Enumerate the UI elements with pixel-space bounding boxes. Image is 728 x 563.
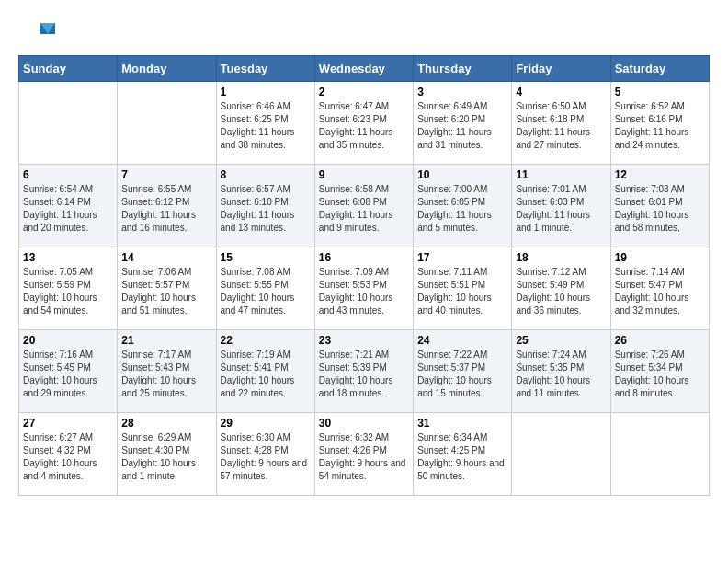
day-cell: 23Sunrise: 7:21 AM Sunset: 5:39 PM Dayli…: [314, 330, 413, 413]
day-cell: 8Sunrise: 6:57 AM Sunset: 6:10 PM Daylig…: [216, 165, 314, 247]
week-row-1: 1Sunrise: 6:46 AM Sunset: 6:25 PM Daylig…: [19, 82, 710, 165]
day-number: 13: [23, 251, 113, 264]
day-info: Sunrise: 7:01 AM Sunset: 6:03 PM Dayligh…: [516, 183, 606, 235]
day-info: Sunrise: 6:55 AM Sunset: 6:12 PM Dayligh…: [121, 183, 211, 235]
day-cell: 29Sunrise: 6:30 AM Sunset: 4:28 PM Dayli…: [216, 413, 314, 496]
day-number: 21: [121, 334, 211, 347]
day-info: Sunrise: 6:58 AM Sunset: 6:08 PM Dayligh…: [319, 183, 409, 235]
day-info: Sunrise: 6:57 AM Sunset: 6:10 PM Dayligh…: [221, 183, 311, 235]
logo: [18, 18, 59, 46]
day-cell: 7Sunrise: 6:55 AM Sunset: 6:12 PM Daylig…: [118, 165, 216, 247]
day-info: Sunrise: 7:22 AM Sunset: 5:37 PM Dayligh…: [417, 349, 507, 400]
day-cell: 31Sunrise: 6:34 AM Sunset: 4:25 PM Dayli…: [414, 413, 512, 496]
day-cell: 11Sunrise: 7:01 AM Sunset: 6:03 PM Dayli…: [512, 165, 610, 247]
day-cell: [512, 413, 610, 496]
header-thursday: Thursday: [414, 56, 512, 82]
day-cell: 20Sunrise: 7:16 AM Sunset: 5:45 PM Dayli…: [19, 330, 118, 413]
day-info: Sunrise: 7:12 AM Sunset: 5:49 PM Dayligh…: [516, 266, 606, 317]
day-info: Sunrise: 7:14 AM Sunset: 5:47 PM Dayligh…: [615, 266, 705, 317]
day-number: 25: [516, 334, 606, 347]
day-info: Sunrise: 7:08 AM Sunset: 5:55 PM Dayligh…: [221, 266, 311, 317]
day-cell: 15Sunrise: 7:08 AM Sunset: 5:55 PM Dayli…: [216, 247, 314, 330]
day-info: Sunrise: 7:06 AM Sunset: 5:57 PM Dayligh…: [121, 266, 211, 317]
day-cell: 1Sunrise: 6:46 AM Sunset: 6:25 PM Daylig…: [216, 82, 314, 165]
day-number: 14: [121, 251, 211, 264]
header-friday: Friday: [512, 56, 610, 82]
day-number: 29: [221, 417, 311, 430]
day-cell: 28Sunrise: 6:29 AM Sunset: 4:30 PM Dayli…: [118, 413, 216, 496]
day-number: 16: [319, 251, 409, 264]
day-info: Sunrise: 7:03 AM Sunset: 6:01 PM Dayligh…: [615, 183, 705, 235]
day-info: Sunrise: 6:29 AM Sunset: 4:30 PM Dayligh…: [121, 431, 211, 483]
day-cell: 12Sunrise: 7:03 AM Sunset: 6:01 PM Dayli…: [610, 165, 709, 247]
header-wednesday: Wednesday: [314, 56, 413, 82]
day-cell: 13Sunrise: 7:05 AM Sunset: 5:59 PM Dayli…: [19, 247, 118, 330]
day-info: Sunrise: 7:26 AM Sunset: 5:34 PM Dayligh…: [615, 349, 705, 400]
day-info: Sunrise: 7:11 AM Sunset: 5:51 PM Dayligh…: [417, 266, 507, 317]
day-number: 17: [417, 251, 507, 264]
day-number: 3: [417, 86, 507, 98]
day-number: 11: [516, 168, 606, 181]
day-cell: 21Sunrise: 7:17 AM Sunset: 5:43 PM Dayli…: [118, 330, 216, 413]
day-info: Sunrise: 7:09 AM Sunset: 5:53 PM Dayligh…: [319, 266, 409, 317]
day-info: Sunrise: 6:30 AM Sunset: 4:28 PM Dayligh…: [221, 431, 311, 483]
day-cell: 18Sunrise: 7:12 AM Sunset: 5:49 PM Dayli…: [512, 247, 610, 330]
day-cell: [19, 82, 118, 165]
day-info: Sunrise: 7:19 AM Sunset: 5:41 PM Dayligh…: [221, 349, 311, 400]
week-row-4: 20Sunrise: 7:16 AM Sunset: 5:45 PM Dayli…: [19, 330, 710, 413]
day-number: 7: [121, 168, 211, 181]
day-info: Sunrise: 7:00 AM Sunset: 6:05 PM Dayligh…: [417, 183, 507, 235]
day-info: Sunrise: 6:47 AM Sunset: 6:23 PM Dayligh…: [319, 100, 409, 152]
day-info: Sunrise: 6:49 AM Sunset: 6:20 PM Dayligh…: [417, 100, 507, 152]
week-row-3: 13Sunrise: 7:05 AM Sunset: 5:59 PM Dayli…: [19, 247, 710, 330]
day-number: 27: [23, 417, 113, 430]
day-info: Sunrise: 6:46 AM Sunset: 6:25 PM Dayligh…: [221, 100, 311, 152]
day-number: 22: [221, 334, 311, 347]
day-number: 1: [221, 86, 311, 98]
day-cell: 5Sunrise: 6:52 AM Sunset: 6:16 PM Daylig…: [610, 82, 709, 165]
day-cell: 30Sunrise: 6:32 AM Sunset: 4:26 PM Dayli…: [314, 413, 413, 496]
day-cell: 19Sunrise: 7:14 AM Sunset: 5:47 PM Dayli…: [610, 247, 709, 330]
day-cell: 24Sunrise: 7:22 AM Sunset: 5:37 PM Dayli…: [414, 330, 512, 413]
calendar-header-row: SundayMondayTuesdayWednesdayThursdayFrid…: [19, 56, 710, 82]
day-number: 5: [615, 86, 705, 98]
day-cell: 6Sunrise: 6:54 AM Sunset: 6:14 PM Daylig…: [19, 165, 118, 247]
calendar: SundayMondayTuesdayWednesdayThursdayFrid…: [18, 55, 710, 496]
day-number: 23: [319, 334, 409, 347]
day-cell: 17Sunrise: 7:11 AM Sunset: 5:51 PM Dayli…: [414, 247, 512, 330]
day-cell: 4Sunrise: 6:50 AM Sunset: 6:18 PM Daylig…: [512, 82, 610, 165]
day-cell: 3Sunrise: 6:49 AM Sunset: 6:20 PM Daylig…: [414, 82, 512, 165]
day-number: 19: [615, 251, 705, 264]
day-cell: 26Sunrise: 7:26 AM Sunset: 5:34 PM Dayli…: [610, 330, 709, 413]
day-cell: 25Sunrise: 7:24 AM Sunset: 5:35 PM Dayli…: [512, 330, 610, 413]
day-number: 28: [121, 417, 211, 430]
day-info: Sunrise: 7:17 AM Sunset: 5:43 PM Dayligh…: [121, 349, 211, 400]
day-cell: 2Sunrise: 6:47 AM Sunset: 6:23 PM Daylig…: [314, 82, 413, 165]
header-sunday: Sunday: [19, 56, 118, 82]
day-cell: [610, 413, 709, 496]
day-info: Sunrise: 6:27 AM Sunset: 4:32 PM Dayligh…: [23, 431, 113, 483]
day-info: Sunrise: 6:50 AM Sunset: 6:18 PM Dayligh…: [516, 100, 606, 152]
week-row-2: 6Sunrise: 6:54 AM Sunset: 6:14 PM Daylig…: [19, 165, 710, 247]
day-cell: 22Sunrise: 7:19 AM Sunset: 5:41 PM Dayli…: [216, 330, 314, 413]
day-number: 10: [417, 168, 507, 181]
day-info: Sunrise: 6:54 AM Sunset: 6:14 PM Dayligh…: [23, 183, 113, 235]
day-number: 30: [319, 417, 409, 430]
day-info: Sunrise: 6:32 AM Sunset: 4:26 PM Dayligh…: [319, 431, 409, 483]
day-number: 9: [319, 168, 409, 181]
header-tuesday: Tuesday: [216, 56, 314, 82]
day-info: Sunrise: 7:24 AM Sunset: 5:35 PM Dayligh…: [516, 349, 606, 400]
day-number: 15: [221, 251, 311, 264]
day-info: Sunrise: 6:52 AM Sunset: 6:16 PM Dayligh…: [615, 100, 705, 152]
day-number: 26: [615, 334, 705, 347]
day-number: 6: [23, 168, 113, 181]
day-cell: 10Sunrise: 7:00 AM Sunset: 6:05 PM Dayli…: [414, 165, 512, 247]
logo-icon: [18, 18, 55, 46]
day-number: 24: [417, 334, 507, 347]
day-number: 31: [417, 417, 507, 430]
header-saturday: Saturday: [610, 56, 709, 82]
week-row-5: 27Sunrise: 6:27 AM Sunset: 4:32 PM Dayli…: [19, 413, 710, 496]
day-info: Sunrise: 7:16 AM Sunset: 5:45 PM Dayligh…: [23, 349, 113, 400]
day-cell: 27Sunrise: 6:27 AM Sunset: 4:32 PM Dayli…: [19, 413, 118, 496]
day-number: 8: [221, 168, 311, 181]
